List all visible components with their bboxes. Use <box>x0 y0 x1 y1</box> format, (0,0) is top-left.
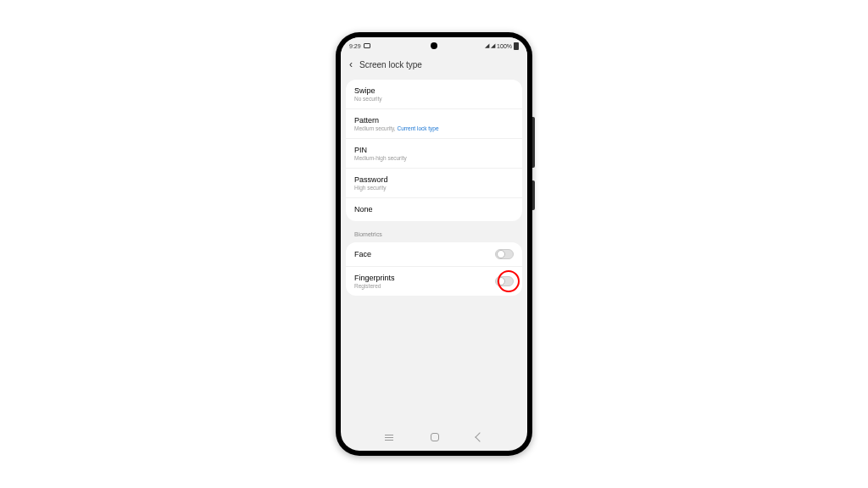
item-title: Fingerprints <box>354 274 395 282</box>
lock-types-card: Swipe No security Pattern Medium securit… <box>346 80 522 221</box>
biometric-fingerprints[interactable]: Fingerprints Registered <box>346 267 522 296</box>
item-subtitle: No security <box>354 96 514 102</box>
content-area: Swipe No security Pattern Medium securit… <box>341 76 527 302</box>
item-subtitle: High security <box>354 185 514 191</box>
phone-frame: 9:29 ◢ ◢ 100% ‹ Screen lock type Swipe N… <box>336 32 532 456</box>
battery-icon <box>514 42 519 50</box>
lock-type-pin[interactable]: PIN Medium-high security <box>346 139 522 169</box>
page-title: Screen lock type <box>359 60 422 69</box>
item-title: Pattern <box>354 116 514 125</box>
battery-percent: 100% <box>497 43 512 49</box>
lock-type-pattern[interactable]: Pattern Medium security, Current lock ty… <box>346 109 522 139</box>
lock-type-swipe[interactable]: Swipe No security <box>346 80 522 109</box>
item-subtitle: Medium security, Current lock type <box>354 125 514 131</box>
nav-recent-button[interactable] <box>385 435 393 441</box>
biometrics-section-label: Biometrics <box>346 225 522 242</box>
nav-back-button[interactable] <box>475 432 484 441</box>
item-title: Swipe <box>354 86 514 95</box>
navigation-bar <box>341 427 527 447</box>
status-time: 9:29 <box>349 43 361 49</box>
wifi-icon: ◢ <box>485 42 489 49</box>
volume-buttons <box>532 117 535 168</box>
lock-type-none[interactable]: None <box>346 198 522 221</box>
item-title: Password <box>354 175 514 184</box>
item-title: Face <box>354 250 371 258</box>
item-title: PIN <box>354 146 514 154</box>
camera-status-icon <box>364 43 370 48</box>
fingerprints-toggle[interactable] <box>495 276 514 286</box>
biometrics-card: Face Fingerprints Registered <box>346 242 522 296</box>
face-toggle[interactable] <box>495 249 514 259</box>
nav-home-button[interactable] <box>431 433 439 441</box>
back-button[interactable]: ‹ <box>349 58 353 70</box>
signal-icon: ◢ <box>491 42 495 49</box>
item-title: None <box>354 205 514 214</box>
power-button <box>532 180 535 210</box>
camera-notch <box>431 42 437 49</box>
lock-type-password[interactable]: Password High security <box>346 169 522 198</box>
app-header: ‹ Screen lock type <box>341 53 527 76</box>
biometric-face[interactable]: Face <box>346 242 522 267</box>
item-subtitle: Medium-high security <box>354 155 514 161</box>
item-subtitle: Registered <box>354 283 395 289</box>
phone-screen: 9:29 ◢ ◢ 100% ‹ Screen lock type Swipe N… <box>341 37 527 451</box>
